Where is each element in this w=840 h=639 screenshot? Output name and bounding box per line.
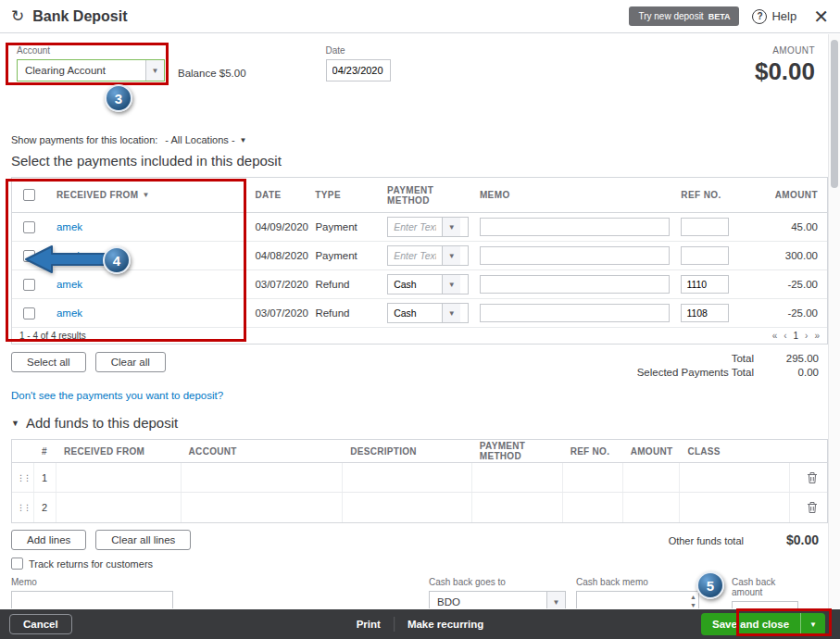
memo-input[interactable] — [480, 218, 670, 236]
received-from-link[interactable]: amek — [56, 221, 82, 232]
chevron-down-icon[interactable]: ▼ — [442, 275, 460, 294]
payment-method-cell[interactable] — [472, 463, 563, 492]
cash-back-amount-field: Cash back amount — [732, 577, 798, 608]
memo-input[interactable] — [480, 275, 670, 294]
description-cell[interactable] — [343, 493, 472, 522]
column-received-from[interactable]: RECEIVED FROM ▼ — [49, 190, 247, 200]
cash-back-memo-input[interactable] — [576, 591, 699, 608]
selected-total-value: 0.00 — [754, 366, 819, 380]
cash-back-goes-to-select[interactable]: BDO ▼ — [429, 591, 566, 608]
stepper-arrows-icon[interactable]: ▲▼ — [690, 593, 696, 608]
account-select[interactable]: Clearing Account ▼ — [17, 59, 165, 81]
help-icon: ? — [752, 9, 767, 24]
pagination-page[interactable]: 1 — [794, 331, 799, 341]
chevron-down-icon[interactable]: ▼ — [442, 218, 460, 236]
pagination-first[interactable]: « — [772, 331, 778, 341]
missing-payments-link[interactable]: Don't see the payments you want to depos… — [11, 390, 223, 401]
payment-method-cell[interactable] — [472, 493, 563, 522]
location-filter-select[interactable]: - All Locations - ▼ — [165, 134, 246, 145]
ref-no-cell[interactable] — [563, 493, 623, 522]
memo-input[interactable] — [480, 304, 670, 322]
add-funds-row: ⋮⋮ 2 — [12, 493, 827, 522]
cash-back-amount-input[interactable] — [732, 601, 798, 608]
payment-amount: 300.00 — [736, 250, 827, 261]
memo-label: Memo — [11, 577, 828, 587]
class-cell[interactable] — [680, 493, 790, 522]
select-all-button[interactable]: Select all — [11, 352, 86, 372]
payment-method-select[interactable]: ▼ — [387, 303, 469, 323]
close-icon[interactable]: ✕ — [813, 7, 829, 26]
ref-no-cell[interactable] — [563, 463, 623, 492]
save-and-close-button[interactable]: Save and close ▼ — [701, 613, 825, 635]
add-lines-button[interactable]: Add lines — [11, 530, 86, 550]
try-new-deposit-button[interactable]: Try new deposit BETA — [629, 6, 739, 26]
select-all-checkbox[interactable] — [23, 189, 35, 201]
chevron-down-icon[interactable]: ▼ — [801, 620, 825, 629]
row-checkbox[interactable] — [23, 221, 35, 233]
date-input[interactable] — [326, 59, 391, 81]
column-class: CLASS — [680, 440, 790, 462]
amount-cell[interactable] — [623, 463, 681, 492]
ref-no-input[interactable] — [681, 304, 729, 322]
other-funds-total-block: Other funds total $0.00 — [669, 532, 828, 547]
ref-no-input[interactable] — [681, 246, 729, 265]
save-and-close-label: Save and close — [701, 619, 800, 630]
trash-icon[interactable] — [790, 463, 827, 492]
column-memo: MEMO — [472, 190, 673, 200]
class-cell[interactable] — [680, 463, 790, 492]
amount-value: $0.00 — [755, 57, 815, 86]
pagination-last[interactable]: » — [814, 331, 820, 341]
print-button[interactable]: Print — [344, 619, 394, 630]
description-cell[interactable] — [343, 463, 472, 492]
payment-method-select[interactable]: ▼ — [387, 245, 469, 266]
clear-all-lines-button[interactable]: Clear all lines — [95, 530, 191, 550]
row-checkbox[interactable] — [23, 250, 35, 262]
payment-method-input[interactable] — [388, 221, 442, 232]
titlebar-actions: Try new deposit BETA ? Help ✕ — [629, 6, 829, 26]
help-button[interactable]: ? Help — [752, 9, 796, 24]
trash-icon[interactable] — [790, 493, 827, 522]
memo-textarea[interactable] — [11, 591, 173, 608]
beta-badge: BETA — [708, 12, 731, 21]
collapse-caret-icon[interactable]: ▼ — [11, 419, 19, 428]
scrollbar-thumb[interactable] — [831, 40, 838, 188]
account-select-value: Clearing Account — [18, 65, 145, 76]
column-received-from-label: RECEIVED FROM — [56, 190, 139, 200]
payment-method-select[interactable]: ▼ — [387, 217, 469, 237]
payment-date: 04/08/2020 — [247, 250, 307, 261]
row-checkbox[interactable] — [23, 279, 35, 291]
track-returns-checkbox[interactable] — [11, 558, 23, 570]
total-value: 295.00 — [754, 352, 819, 366]
received-from-link[interactable]: amek — [56, 250, 82, 261]
payment-method-select[interactable]: ▼ — [387, 274, 469, 294]
memo-input[interactable] — [480, 246, 670, 265]
cash-back-amount-label: Cash back amount — [732, 577, 798, 597]
received-from-cell[interactable] — [56, 463, 182, 492]
row-checkbox[interactable] — [23, 307, 35, 320]
clear-all-button[interactable]: Clear all — [95, 352, 166, 372]
ref-no-input[interactable] — [681, 218, 729, 236]
column-amount: AMOUNT — [736, 190, 827, 200]
make-recurring-button[interactable]: Make recurring — [395, 619, 496, 630]
cancel-button[interactable]: Cancel — [9, 614, 72, 634]
chevron-down-icon[interactable]: ▼ — [546, 592, 565, 608]
received-from-link[interactable]: amek — [56, 307, 82, 319]
payment-method-input[interactable] — [388, 279, 442, 290]
payment-method-input[interactable] — [388, 307, 442, 319]
payment-method-input[interactable] — [388, 250, 442, 261]
account-cell[interactable] — [182, 493, 344, 522]
pagination-next[interactable]: › — [805, 331, 808, 341]
received-from-cell[interactable] — [56, 493, 182, 522]
payment-date: 03/07/2020 — [247, 307, 307, 319]
ref-no-input[interactable] — [681, 275, 729, 294]
received-from-link[interactable]: amek — [56, 279, 82, 290]
amount-cell[interactable] — [623, 493, 681, 522]
vertical-scrollbar[interactable] — [828, 34, 840, 608]
account-cell[interactable] — [182, 463, 344, 492]
drag-handle-icon[interactable]: ⋮⋮ — [12, 463, 34, 492]
chevron-down-icon[interactable]: ▼ — [442, 246, 460, 265]
pagination-prev[interactable]: ‹ — [784, 331, 786, 341]
drag-handle-icon[interactable]: ⋮⋮ — [12, 493, 34, 522]
chevron-down-icon[interactable]: ▼ — [145, 60, 164, 81]
chevron-down-icon[interactable]: ▼ — [442, 304, 460, 322]
